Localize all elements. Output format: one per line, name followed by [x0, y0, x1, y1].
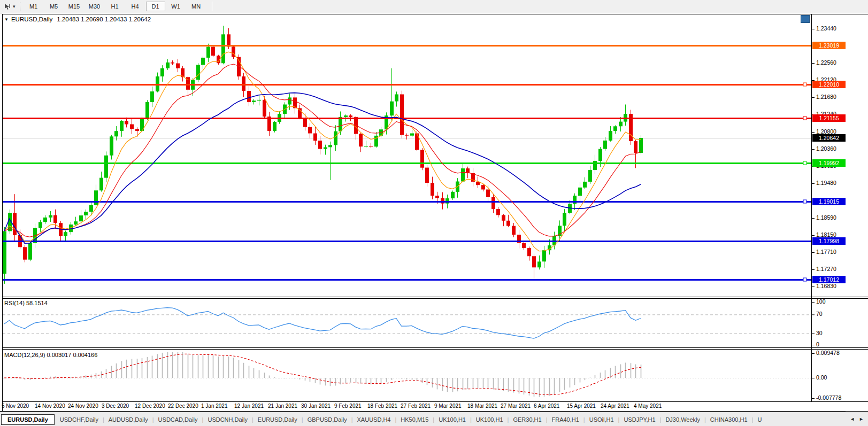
chart-tabs: EURUSD,DailyUSDCHF,Daily|AUDUSD,Daily|US… — [0, 412, 868, 426]
chart-title-marker-icon: ▼ — [4, 17, 9, 22]
chart-tab-fra40-h1[interactable]: FRA40,H1 — [548, 415, 583, 424]
tab-scroll-right-icon[interactable]: ► — [857, 415, 866, 423]
rsi-indicator-label: RSI(14) 58.1514 — [4, 300, 48, 306]
price-chart-area[interactable] — [3, 14, 811, 297]
tab-scroll-left-icon[interactable]: ◄ — [848, 415, 857, 423]
chart-tab-dj30-weekly[interactable]: DJ30,Weekly — [661, 415, 704, 424]
macd-values: 0.003017 0.004166 — [47, 352, 97, 358]
price-axis[interactable] — [812, 14, 868, 401]
rsi-panel[interactable] — [3, 298, 811, 347]
axis-corner-icon[interactable] — [801, 15, 810, 23]
chart-tab-gbpusd-daily[interactable]: GBPUSD,Daily — [303, 415, 351, 424]
macd-panel[interactable] — [3, 349, 811, 401]
chart-tab-usoil-h1[interactable]: USOil,H1 — [585, 415, 618, 424]
chart-title: ▼EURUSD,Daily1.20483 1.20690 1.20433 1.2… — [4, 16, 151, 22]
chart-tab-china300-h1[interactable]: CHINA300,H1 — [706, 415, 752, 424]
chart-tab-audusd-daily[interactable]: AUDUSD,Daily — [104, 415, 152, 424]
chart-tab-uk100-h1[interactable]: UK100,H1 — [434, 415, 470, 424]
chart-tab-usdjpy-h1[interactable]: USDJPY,H1 — [619, 415, 659, 424]
chart-tab-usdchf-daily[interactable]: USDCHF,Daily — [56, 415, 103, 424]
date-axis[interactable] — [3, 401, 811, 411]
chart-tab-u[interactable]: U — [753, 415, 766, 424]
chart-tab-ger30-h1[interactable]: GER30,H1 — [509, 415, 546, 424]
tab-scroll-arrows: ◄ ► — [846, 412, 868, 426]
rsi-value: 58.1514 — [26, 300, 48, 306]
chart-ohlc-quotes: 1.20483 1.20690 1.20433 1.20642 — [57, 16, 151, 22]
mt4-terminal: ▾ M1M5M15M30H1H4D1W1MN 1.234401.225601.2… — [0, 0, 868, 426]
chart-tab-uk100-h1[interactable]: UK100,H1 — [472, 415, 508, 424]
chart-tab-hk50-m15[interactable]: HK50,M15 — [396, 415, 433, 424]
chart-tab-eurusd-daily[interactable]: EURUSD,Daily — [254, 415, 302, 424]
macd-name: MACD(12,26,9) — [4, 352, 45, 358]
chart-tab-usdcnh-daily[interactable]: USDCNH,Daily — [203, 415, 252, 424]
chart-symbol: EURUSD,Daily — [11, 16, 52, 22]
chart-tab-usdcad-daily[interactable]: USDCAD,Daily — [154, 415, 202, 424]
rsi-name: RSI(14) — [4, 300, 25, 306]
chart-tab-eurusd-daily[interactable]: EURUSD,Daily — [1, 414, 55, 425]
chart-tab-xauusd-h4[interactable]: XAUUSD,H4 — [353, 415, 395, 424]
macd-indicator-label: MACD(12,26,9) 0.003017 0.004166 — [4, 352, 97, 358]
